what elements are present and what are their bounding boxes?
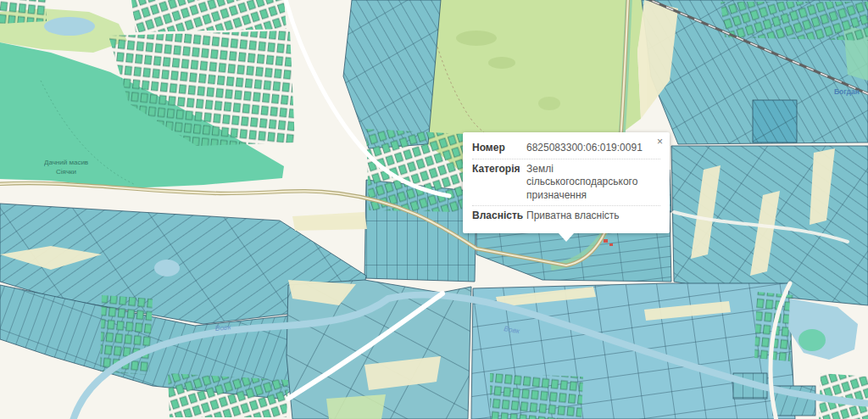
meadow-area	[326, 394, 386, 419]
pond	[44, 17, 95, 36]
popup-row-ownership: Власність Приватна власність	[472, 205, 660, 226]
cadastral-map[interactable]: Дачний масив Сіячки Вовк Вовк Богдан	[0, 0, 868, 419]
field-value-number: 6825083300:06:019:0091	[526, 142, 660, 155]
field-label-category: Категорія	[472, 163, 526, 203]
field-value-ownership: Приватна власність	[526, 210, 660, 223]
pond	[154, 260, 180, 277]
popup-close-button[interactable]: ×	[655, 135, 665, 148]
settlement-label: Богдан	[834, 87, 860, 96]
field-value-category: Землі сільськогосподарського призначення	[526, 163, 660, 203]
popup-row-category: Категорія Землі сільськогосподарського п…	[472, 159, 660, 206]
parcel-block-dark[interactable]	[753, 100, 797, 142]
popup-row-number: Номер 6825083300:06:019:0091	[472, 138, 660, 159]
area-label-line2: Сіячки	[56, 168, 76, 176]
field-label-ownership: Власність	[472, 210, 526, 223]
field-label-number: Номер	[472, 142, 526, 155]
pond-island	[798, 329, 826, 351]
parcel-info-popup: × Номер 6825083300:06:019:0091 Категорія…	[463, 132, 670, 233]
river-label: Вовк	[214, 322, 232, 332]
area-label-line1: Дачний масив	[44, 159, 88, 166]
map-viewport[interactable]: Дачний масив Сіячки Вовк Вовк Богдан × Н…	[0, 0, 868, 419]
